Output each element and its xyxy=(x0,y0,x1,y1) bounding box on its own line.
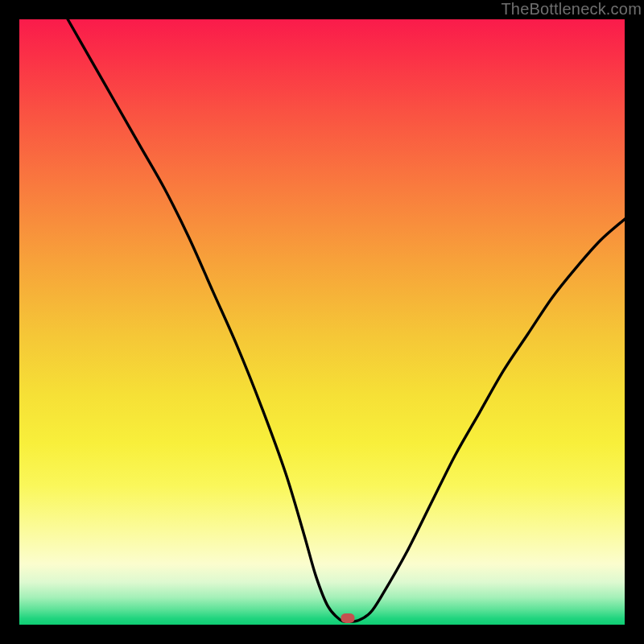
plot-area xyxy=(19,19,625,625)
optimum-marker xyxy=(341,613,354,623)
bottleneck-curve xyxy=(19,19,625,625)
chart-frame xyxy=(16,16,628,628)
